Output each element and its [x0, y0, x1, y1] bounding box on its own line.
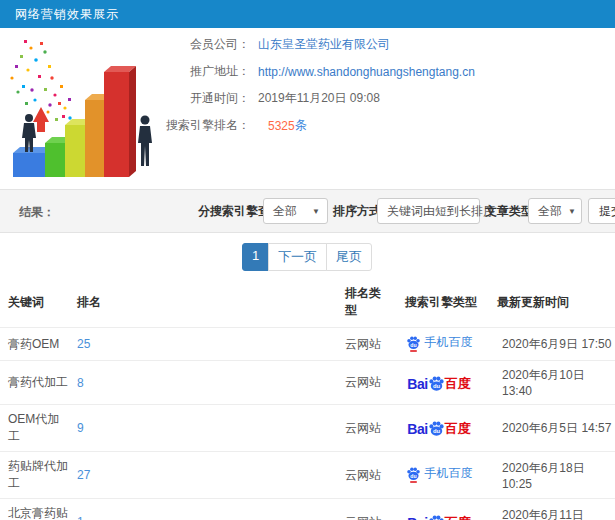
baidu-paw-icon: du [428, 514, 445, 520]
submit-button[interactable]: 提交 [588, 198, 615, 224]
baidu-paw-icon: du [428, 420, 445, 437]
update-time-cell: 2020年6月9日 17:50 [489, 328, 615, 361]
baidu-logo-text: Bai [407, 377, 427, 391]
sort-filter-select[interactable]: 关键词由短到长排序 ▼ [377, 198, 480, 224]
svg-text:du: du [410, 342, 416, 348]
info-field-row: 开通时间： 2019年11月20日 09:08 [140, 85, 475, 112]
table-header-row: 关键词 排名 排名类型 搜索引擎类型 最新更新时间 [0, 277, 615, 328]
mobile-baidu-paw-icon: du [406, 466, 421, 483]
info-field-link[interactable]: 山东皇圣堂药业有限公司 [258, 36, 390, 53]
info-field-row: 会员公司： 山东皇圣堂药业有限公司 [140, 31, 475, 58]
svg-text:du: du [433, 428, 441, 434]
keyword-cell: 北京膏药贴牌 [0, 499, 69, 520]
mobile-baidu-badge: du 手机百度 [406, 465, 473, 482]
baidu-logo: Bai du 百度 [407, 513, 470, 520]
title-bar: 网络营销效果展示 [0, 0, 615, 28]
baidu-logo-text: Bai [407, 516, 427, 520]
filter-bar: 结果： 分搜索引擎查看 全部 ▼ 排序方式 关键词由短到长排序 ▼ 文章类型 全… [0, 189, 615, 233]
sort-filter-value: 关键词由短到长排序 [387, 203, 495, 220]
baidu-logo: Bai du 百度 [407, 419, 470, 436]
info-field-value: 2019年11月20日 09:08 [258, 90, 380, 107]
mobile-baidu-label: 手机百度 [425, 465, 473, 482]
pagination: 1 下一页 尾页 [0, 243, 615, 271]
mobile-baidu-paw-icon: du [406, 335, 421, 352]
keyword-cell: 药贴牌代加工 [0, 452, 69, 499]
keyword-ranking-table: 关键词 排名 排名类型 搜索引擎类型 最新更新时间 膏药OEM 25 云网站 B… [0, 277, 615, 520]
engine-cell: Bai du 百度 du [389, 499, 489, 520]
info-field-label: 会员公司： [140, 36, 250, 53]
type-filter-label: 文章类型 [485, 203, 525, 220]
engine-filter-select[interactable]: 全部 ▼ [263, 198, 328, 224]
baidu-logo-name: 百度 [445, 422, 471, 436]
engine-cell: Bai du 百度 du [389, 328, 489, 361]
filter-controls: 分搜索引擎查看 全部 ▼ 排序方式 关键词由短到长排序 ▼ 文章类型 全部 ▼ … [198, 190, 615, 232]
type-filter-value: 全部 [538, 203, 562, 220]
col-header-engine-type: 搜索引擎类型 [389, 277, 489, 328]
info-field-row: 搜索引擎排名： 5325 条 [140, 112, 475, 139]
col-header-update-time: 最新更新时间 [489, 277, 615, 328]
svg-text:du: du [410, 473, 416, 479]
update-time-cell: 2020年6月18日 10:25 [489, 452, 615, 499]
baidu-logo-name: 百度 [445, 516, 471, 520]
engine-cell: Bai du 百度 du [389, 361, 489, 405]
rank-link[interactable]: 25 [77, 337, 90, 351]
rank-type-cell: 云网站 [337, 452, 389, 499]
keyword-cell: 膏药代加工 [0, 361, 69, 405]
update-time-cell: 2020年6月11日 11:18 [489, 499, 615, 520]
col-header-rank: 排名 [69, 277, 337, 328]
businessman-left [22, 114, 36, 152]
info-field-row: 推广地址： http://www.shandonghuangshengtang.… [140, 58, 475, 85]
col-header-rank-type: 排名类型 [337, 277, 389, 328]
baidu-logo-name: 百度 [445, 377, 471, 391]
svg-text:du: du [433, 383, 441, 389]
pagination-item[interactable]: 尾页 [326, 243, 372, 271]
rank-link[interactable]: 9 [77, 421, 84, 435]
engine-filter-value: 全部 [273, 203, 297, 220]
baidu-paw-icon: du [428, 375, 445, 392]
rank-link[interactable]: 1 [77, 515, 84, 520]
table-row: 膏药OEM 25 云网站 Bai du 百度 [0, 328, 615, 361]
confetti-dots [10, 40, 76, 124]
rank-link[interactable]: 8 [77, 376, 84, 390]
growth-arrow-icon [33, 107, 49, 132]
pagination-item[interactable]: 1 [242, 243, 269, 271]
table-row: 药贴牌代加工 27 云网站 Bai du 百度 [0, 452, 615, 499]
keyword-cell: 膏药OEM [0, 328, 69, 361]
ranking-count-unit: 条 [295, 117, 307, 134]
pagination-item[interactable]: 下一页 [268, 243, 327, 271]
table-row: 膏药代加工 8 云网站 Bai du 百度 [0, 361, 615, 405]
update-time-cell: 2020年6月5日 14:57 [489, 405, 615, 452]
ranking-count: 5325 [268, 119, 295, 133]
info-field-label: 搜索引擎排名： [140, 117, 250, 134]
page: 网络营销效果展示 [0, 0, 615, 520]
baidu-logo-text: Bai [407, 422, 427, 436]
table-row: 北京膏药贴牌 1 云网站 Bai du 百度 [0, 499, 615, 520]
chevron-down-icon: ▼ [568, 207, 576, 216]
mobile-baidu-label: 手机百度 [425, 334, 473, 351]
mobile-baidu-badge: du 手机百度 [406, 334, 473, 351]
bar-red [104, 66, 136, 177]
engine-cell: Bai du 百度 du [389, 405, 489, 452]
table-row: OEM代加工 9 云网站 Bai du 百度 [0, 405, 615, 452]
col-header-keyword: 关键词 [0, 277, 69, 328]
rank-link[interactable]: 27 [77, 468, 90, 482]
update-time-cell: 2020年6月10日 13:40 [489, 361, 615, 405]
engine-filter-label: 分搜索引擎查看 [198, 203, 260, 220]
info-field-label: 开通时间： [140, 90, 250, 107]
page-title: 网络营销效果展示 [15, 6, 119, 23]
rank-type-cell: 云网站 [337, 405, 389, 452]
rank-type-cell: 云网站 [337, 361, 389, 405]
keyword-cell: OEM代加工 [0, 405, 69, 452]
type-filter-select[interactable]: 全部 ▼ [528, 198, 582, 224]
chevron-down-icon: ▼ [312, 207, 320, 216]
baidu-logo: Bai du 百度 [407, 374, 470, 391]
info-field-label: 推广地址： [140, 63, 250, 80]
result-label: 结果： [19, 204, 55, 221]
company-info-panel: 会员公司： 山东皇圣堂药业有限公司 推广地址： http://www.shand… [140, 31, 475, 139]
rank-type-cell: 云网站 [337, 499, 389, 520]
info-field-link[interactable]: http://www.shandonghuangshengtang.cn [258, 65, 475, 79]
sort-filter-label: 排序方式 [333, 203, 373, 220]
engine-cell: Bai du 百度 du [389, 452, 489, 499]
rank-type-cell: 云网站 [337, 328, 389, 361]
